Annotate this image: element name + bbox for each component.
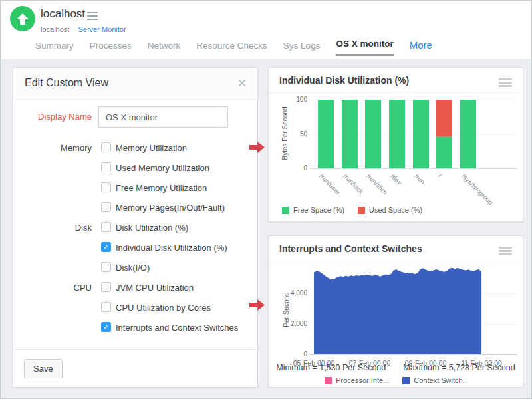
metric-row: ✓Individual Disk Utilization (%) — [13, 242, 257, 262]
tab-processes[interactable]: Processes — [90, 41, 132, 56]
context-switches-area[interactable] — [314, 263, 481, 354]
minimum-value: Minimum = 1,530 Per Second — [276, 363, 386, 372]
breadcrumb-server-monitor-link[interactable]: Server Monitor — [78, 25, 126, 33]
host-status-icon — [10, 6, 35, 31]
tab-sys-logs[interactable]: Sys Logs — [283, 41, 321, 56]
disk-chart-title: Individual Disk Utilization (%) — [279, 75, 409, 86]
metric-row: CPU Utilization by Cores — [13, 302, 257, 322]
gridline — [481, 269, 482, 354]
group-label: Memory — [13, 143, 92, 153]
x-tick-label: /dev — [389, 172, 403, 186]
metric-label: Disk Utilization (%) — [116, 223, 188, 233]
bar-free-space[interactable] — [460, 100, 476, 168]
x-tick-label: / — [437, 172, 444, 179]
legend-item: Processor Inte... — [325, 376, 389, 384]
legend-swatch — [358, 207, 365, 214]
metric-label: Used Memory Utilization — [116, 163, 209, 173]
content-area: Edit Custom View ✕ Display Name MemoryMe… — [1, 59, 531, 398]
y-tick-label: 2,000 — [285, 320, 307, 327]
title-hamburger-icon[interactable] — [87, 12, 98, 22]
display-name-input[interactable] — [98, 106, 228, 128]
tab-os-x-monitor[interactable]: OS X monitor — [336, 39, 393, 56]
checkbox-unchecked[interactable] — [101, 162, 111, 172]
checkbox-unchecked[interactable] — [101, 282, 111, 292]
disk-legend: Free Space (%)Used Space (%) — [282, 206, 422, 214]
bar-free-space[interactable] — [318, 100, 334, 168]
y-tick-label: 4,000 — [285, 289, 307, 297]
disk-utilization-card: Individual Disk Utilization (%) Bytes Pe… — [268, 67, 523, 222]
metric-label: JVM CPU Utilization — [116, 283, 194, 293]
pointer-arrow-icon — [249, 299, 265, 311]
bar-free-space[interactable] — [365, 100, 381, 168]
display-name-label: Display Name — [13, 112, 92, 122]
dialog-header: Edit Custom View ✕ — [13, 68, 257, 100]
bar-free-space[interactable] — [389, 100, 405, 168]
interrupts-card: Interrupts and Context Switches Per Seco… — [268, 235, 523, 388]
x-tick-label: /sys/fs/cgroup — [460, 172, 494, 206]
minmax-row: Minimum = 1,530 Per Second Maximum = 5,7… — [269, 363, 523, 372]
chart-menu-icon[interactable] — [499, 78, 512, 88]
interrupts-chart-title: Interrupts and Context Switches — [279, 243, 422, 254]
legend-swatch — [402, 377, 410, 384]
y-tick-label: 0 — [285, 350, 307, 358]
divider — [269, 92, 523, 93]
metric-label: Individual Disk Utilization (%) — [116, 243, 227, 253]
edit-custom-view-dialog: Edit Custom View ✕ Display Name MemoryMe… — [13, 67, 258, 388]
tab-bar: SummaryProcessesNetworkResource ChecksSy… — [35, 37, 432, 56]
y-tick-label: 0 — [285, 164, 307, 172]
metric-row: Disk(I/O) — [13, 262, 257, 282]
save-button[interactable]: Save — [24, 359, 63, 378]
x-tick-label: /run — [413, 172, 426, 186]
x-tick-label: /run/user — [318, 172, 342, 196]
close-icon[interactable]: ✕ — [237, 76, 247, 90]
breadcrumb: localhost Server Monitor — [41, 25, 126, 33]
legend-item: Used Space (%) — [358, 206, 422, 214]
pointer-arrow-icon — [249, 142, 265, 153]
tab-summary[interactable]: Summary — [35, 41, 74, 56]
legend-label: Free Space (%) — [293, 206, 344, 214]
checkbox-unchecked[interactable] — [101, 142, 111, 152]
checkbox-unchecked[interactable] — [101, 202, 111, 212]
metric-row: MemoryMemory Utilization — [13, 142, 257, 162]
breadcrumb-host: localhost — [41, 25, 69, 33]
dialog-title: Edit Custom View — [25, 77, 108, 89]
metric-row: DiskDisk Utilization (%) — [13, 222, 257, 242]
metric-row: Used Memory Utilization — [13, 162, 257, 182]
chart-menu-icon[interactable] — [499, 247, 512, 257]
tab-resource-checks[interactable]: Resource Checks — [196, 41, 267, 56]
group-label: Disk — [13, 223, 92, 233]
checkbox-unchecked[interactable] — [101, 182, 111, 192]
tab-network[interactable]: Network — [148, 41, 181, 56]
bar-free-space[interactable] — [436, 136, 452, 168]
bar-free-space[interactable] — [342, 100, 358, 168]
metric-label: Interrupts and Context Switches — [116, 323, 238, 332]
checkbox-checked[interactable]: ✓ — [101, 322, 111, 332]
legend-label: Used Space (%) — [369, 206, 422, 214]
legend-label: Processor Inte... — [336, 376, 389, 384]
metric-label: Memory Utilization — [116, 143, 187, 153]
bar-used-space[interactable] — [436, 100, 452, 136]
metric-row: CPUJVM CPU Utilization — [13, 282, 257, 302]
x-axis-line — [310, 354, 517, 355]
app-window: localhost localhost Server Monitor Summa… — [0, 0, 532, 399]
legend-swatch — [325, 377, 332, 384]
group-label: CPU — [13, 283, 92, 293]
metric-label: Free Memory Utilization — [116, 183, 207, 193]
checkbox-unchecked[interactable] — [101, 222, 111, 232]
x-tick-label: /run/shm — [366, 172, 389, 196]
checkbox-unchecked[interactable] — [101, 262, 111, 272]
tab-more[interactable]: More — [410, 39, 432, 56]
checkbox-checked[interactable]: ✓ — [101, 242, 111, 252]
checkbox-unchecked[interactable] — [101, 302, 111, 312]
legend-label: Context Switch.. — [414, 376, 466, 384]
legend-swatch — [282, 207, 289, 214]
metric-label: Memory Pages(In/Out/Fault) — [116, 203, 225, 213]
x-axis-line — [310, 168, 517, 169]
x-tick-label: /run/lock — [342, 172, 365, 196]
y-tick-label: 100 — [285, 96, 307, 103]
bar-free-space[interactable] — [413, 100, 429, 168]
metric-label: Disk(I/O) — [116, 263, 150, 273]
legend-item: Context Switch.. — [402, 376, 466, 384]
metric-row: Free Memory Utilization — [13, 182, 257, 202]
interrupts-legend: Processor Inte...Context Switch.. — [269, 376, 523, 384]
